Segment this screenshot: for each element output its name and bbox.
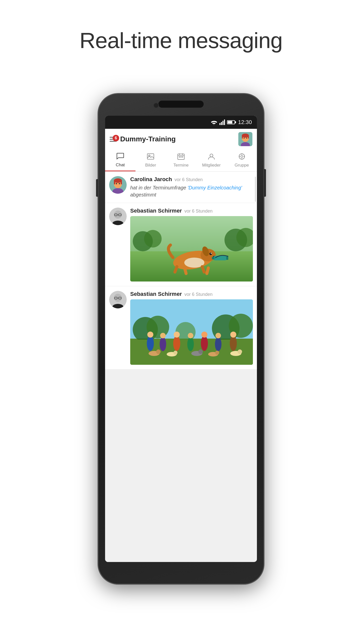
message-time-3: vor 6 Stunden bbox=[184, 292, 212, 297]
chat-message-3: Sebastian Schirmer vor 6 Stunden bbox=[105, 286, 257, 370]
message-link-1: 'Dummy Einzelcoaching' bbox=[188, 185, 242, 190]
svg-point-10 bbox=[244, 138, 245, 139]
svg-point-81 bbox=[160, 337, 166, 351]
message-author-1: Carolina Jaroch bbox=[130, 176, 172, 183]
termine-tab-icon bbox=[177, 153, 185, 162]
message-header-1: Carolina Jaroch vor 6 Stunden bbox=[130, 176, 253, 183]
message-header-2: Sebastian Schirmer vor 6 Stunden bbox=[130, 208, 253, 214]
menu-button[interactable]: 6 bbox=[110, 137, 117, 142]
phone-speaker bbox=[158, 101, 204, 108]
tab-mitglieder[interactable]: Mitglieder bbox=[196, 149, 227, 171]
phone-volume-button bbox=[96, 179, 98, 197]
svg-rect-3 bbox=[224, 119, 225, 125]
bilder-tab-label: Bilder bbox=[145, 163, 156, 168]
svg-rect-63 bbox=[226, 256, 228, 260]
status-bar: 12:30 bbox=[105, 116, 257, 129]
svg-point-98 bbox=[198, 349, 203, 354]
svg-point-11 bbox=[246, 138, 247, 139]
svg-rect-0 bbox=[219, 123, 220, 125]
message-author-3: Sebastian Schirmer bbox=[130, 291, 182, 297]
svg-point-80 bbox=[147, 332, 153, 338]
svg-point-96 bbox=[173, 351, 177, 355]
svg-rect-2 bbox=[222, 121, 223, 125]
tab-bilder[interactable]: Bilder bbox=[135, 149, 166, 171]
svg-point-85 bbox=[187, 337, 194, 351]
avatar-icon bbox=[238, 132, 252, 146]
nav-tabs: Chat Bilder bbox=[105, 149, 257, 172]
message-author-2: Sebastian Schirmer bbox=[130, 208, 182, 214]
app-header: 6 Dummy-Training bbox=[105, 129, 257, 149]
tab-termine[interactable]: Termine bbox=[166, 149, 196, 171]
svg-point-90 bbox=[215, 333, 221, 338]
svg-point-91 bbox=[230, 336, 237, 351]
svg-point-21 bbox=[210, 154, 213, 157]
page-headline: Real-time messaging bbox=[79, 28, 283, 53]
svg-point-34 bbox=[116, 183, 117, 184]
svg-point-94 bbox=[156, 349, 161, 354]
message-image-2[interactable] bbox=[130, 299, 253, 365]
svg-rect-32 bbox=[114, 180, 115, 184]
bilder-tab-icon bbox=[147, 153, 154, 162]
svg-rect-19 bbox=[180, 156, 182, 157]
wifi-icon bbox=[210, 119, 217, 125]
tab-chat[interactable]: Chat bbox=[105, 149, 135, 171]
signal-icon bbox=[219, 119, 225, 125]
svg-rect-18 bbox=[179, 156, 180, 157]
gruppe-tab-label: Gruppe bbox=[235, 163, 249, 168]
avatar-sebastian-2 bbox=[109, 291, 127, 308]
svg-point-58 bbox=[209, 253, 212, 255]
svg-rect-62 bbox=[212, 257, 214, 259]
chat-tab-icon bbox=[116, 153, 124, 162]
message-body-2: Sebastian Schirmer vor 6 Stunden bbox=[130, 208, 253, 281]
tab-gruppe[interactable]: Gruppe bbox=[227, 149, 257, 171]
chat-message-1: Carolina Jaroch vor 6 Stunden hat in der… bbox=[105, 172, 257, 203]
status-icons: 12:30 bbox=[210, 119, 252, 126]
chat-content: Carolina Jaroch vor 6 Stunden hat in der… bbox=[105, 172, 257, 562]
svg-rect-8 bbox=[242, 135, 243, 139]
svg-rect-61 bbox=[213, 256, 227, 260]
svg-point-47 bbox=[144, 230, 162, 248]
svg-point-86 bbox=[188, 333, 193, 338]
status-time: 12:30 bbox=[238, 119, 252, 126]
svg-point-7 bbox=[242, 134, 249, 138]
phone-camera bbox=[153, 103, 159, 108]
scrollbar bbox=[255, 177, 256, 202]
battery-icon bbox=[227, 120, 235, 124]
gruppe-tab-icon bbox=[238, 153, 246, 162]
svg-point-87 bbox=[201, 336, 208, 351]
phone-screen: 12:30 6 Dummy-Training bbox=[105, 116, 257, 562]
svg-point-92 bbox=[230, 332, 236, 338]
message-body-3: Sebastian Schirmer vor 6 Stunden bbox=[130, 291, 253, 365]
phone-mockup: 12:30 6 Dummy-Training bbox=[98, 94, 264, 584]
termine-tab-label: Termine bbox=[173, 163, 189, 168]
message-text-1: hat in der Terminumfrage 'Dummy Einzelco… bbox=[130, 184, 253, 198]
svg-point-35 bbox=[119, 183, 120, 184]
message-body-1: Carolina Jaroch vor 6 Stunden hat in der… bbox=[130, 176, 253, 198]
svg-point-79 bbox=[147, 336, 154, 351]
svg-rect-1 bbox=[221, 122, 222, 125]
chat-tab-label: Chat bbox=[116, 163, 125, 168]
avatar-carolina-jaroch bbox=[109, 176, 127, 194]
notification-badge: 6 bbox=[113, 135, 119, 141]
message-image-1[interactable] bbox=[130, 216, 253, 281]
message-text-suffix-1: abgestimmt bbox=[130, 192, 156, 197]
message-time-1: vor 6 Stunden bbox=[174, 177, 203, 182]
header-avatar[interactable] bbox=[238, 132, 252, 146]
chat-message-2: Sebastian Schirmer vor 6 Stunden bbox=[105, 203, 257, 286]
svg-point-89 bbox=[215, 337, 221, 351]
svg-rect-9 bbox=[248, 135, 249, 139]
svg-rect-12 bbox=[147, 154, 154, 159]
svg-point-102 bbox=[238, 349, 242, 354]
svg-point-100 bbox=[215, 351, 219, 355]
svg-point-23 bbox=[241, 155, 243, 157]
mitglieder-tab-label: Mitglieder bbox=[202, 163, 221, 168]
svg-point-82 bbox=[160, 333, 166, 338]
svg-rect-33 bbox=[121, 180, 122, 184]
svg-point-83 bbox=[173, 336, 180, 351]
phone-power-button bbox=[264, 169, 266, 197]
svg-point-84 bbox=[174, 332, 180, 338]
message-text-prefix-1: hat in der Terminumfrage bbox=[130, 185, 188, 190]
svg-rect-20 bbox=[182, 156, 183, 157]
mitglieder-tab-icon bbox=[208, 153, 215, 162]
message-header-3: Sebastian Schirmer vor 6 Stunden bbox=[130, 291, 253, 297]
